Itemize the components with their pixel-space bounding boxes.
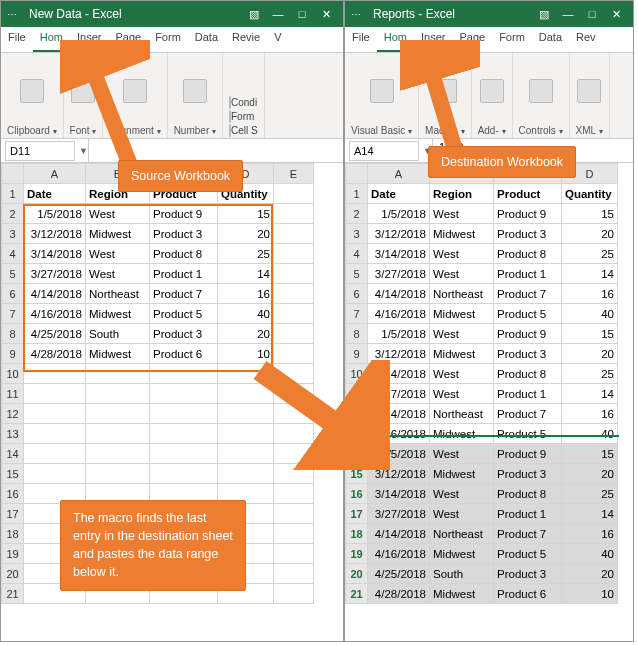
cell[interactable]: 25 [562,244,618,264]
cell[interactable] [218,424,274,444]
cell[interactable] [86,384,150,404]
ribbon-tab-rev[interactable]: Rev [569,27,603,52]
cell[interactable]: Midwest [430,224,494,244]
ribbon-group-macros[interactable]: Macros ▾ [419,53,472,138]
cell[interactable] [274,224,314,244]
cell[interactable]: 3/12/2018 [368,464,430,484]
row-header[interactable]: 17 [346,504,368,524]
row-header[interactable]: 4 [346,244,368,264]
column-header[interactable]: A [24,164,86,184]
cell[interactable] [274,264,314,284]
cell[interactable]: Product 8 [494,364,562,384]
cell[interactable]: West [86,264,150,284]
maximize-button[interactable]: □ [291,5,313,23]
ribbon-item[interactable]: Condi [229,97,258,108]
cell[interactable]: Product 5 [150,304,218,324]
cell[interactable]: Product 3 [150,324,218,344]
cell[interactable] [274,444,314,464]
cell[interactable] [218,384,274,404]
cell[interactable]: Product 5 [494,304,562,324]
column-header[interactable]: A [368,164,430,184]
cell[interactable]: 3/14/2018 [24,244,86,264]
cell[interactable]: Midwest [86,224,150,244]
ribbon-tab-inser[interactable]: Inser [414,27,452,52]
cell[interactable]: 4/28/2018 [368,584,430,604]
row-header[interactable]: 21 [346,584,368,604]
close-button[interactable]: ✕ [315,5,337,23]
ribbon-tab-file[interactable]: File [1,27,33,52]
cell[interactable]: Product 3 [494,224,562,244]
cell[interactable] [150,384,218,404]
ribbon-icon[interactable] [577,79,601,103]
ribbon-icon[interactable] [183,79,207,103]
cell[interactable]: 4/14/2018 [368,284,430,304]
cell[interactable]: 4/14/2018 [368,404,430,424]
cell[interactable] [274,344,314,364]
cell[interactable]: Product 9 [494,324,562,344]
cell[interactable] [86,364,150,384]
cell[interactable] [150,424,218,444]
ribbon-group-visual-basic[interactable]: Visual Basic ▾ [345,53,419,138]
ribbon-icon[interactable] [529,79,553,103]
cell[interactable]: 4/16/2018 [368,544,430,564]
ribbon-group-font[interactable]: Font ▾ [64,53,104,138]
row-header[interactable]: 5 [2,264,24,284]
row-header[interactable]: 15 [346,464,368,484]
cell[interactable]: 16 [218,284,274,304]
row-header[interactable]: 19 [2,544,24,564]
ribbon-icon[interactable] [370,79,394,103]
cell[interactable] [274,364,314,384]
cell[interactable]: 20 [562,224,618,244]
cell[interactable]: Product 7 [150,284,218,304]
column-header[interactable]: E [274,164,314,184]
cell[interactable]: West [86,204,150,224]
ribbon-tab-hom[interactable]: Hom [33,27,70,52]
cell[interactable]: 40 [562,304,618,324]
row-header[interactable]: 8 [346,324,368,344]
cell[interactable] [218,364,274,384]
cell[interactable]: 3/27/2018 [368,264,430,284]
cell[interactable]: Midwest [430,344,494,364]
cell[interactable]: Product 1 [494,384,562,404]
name-box[interactable] [349,141,419,161]
row-header[interactable]: 1 [2,184,24,204]
cell[interactable]: Product 1 [150,264,218,284]
cell[interactable]: 25 [562,484,618,504]
cell[interactable]: Product 1 [494,504,562,524]
cell[interactable] [274,484,314,504]
cell[interactable]: West [430,264,494,284]
cell[interactable]: 4/25/2018 [368,564,430,584]
cell[interactable]: Product 9 [494,204,562,224]
ribbon-tab-revie[interactable]: Revie [225,27,267,52]
row-header[interactable]: 2 [2,204,24,224]
cell[interactable] [274,324,314,344]
cell[interactable]: 16 [562,524,618,544]
ribbon-group-clipboard[interactable]: Clipboard ▾ [1,53,64,138]
row-header[interactable]: 9 [2,344,24,364]
cell[interactable]: 4/25/2018 [24,324,86,344]
row-header[interactable]: 18 [346,524,368,544]
row-header[interactable]: 14 [2,444,24,464]
cell[interactable]: Midwest [430,544,494,564]
row-header[interactable]: 2 [346,204,368,224]
ribbon-icon[interactable] [123,79,147,103]
row-header[interactable]: 1 [346,184,368,204]
row-header[interactable]: 6 [2,284,24,304]
row-header[interactable]: 5 [346,264,368,284]
cell[interactable]: Date [24,184,86,204]
cell[interactable] [86,464,150,484]
row-header[interactable]: 7 [346,304,368,324]
row-header[interactable]: 6 [346,284,368,304]
cell[interactable]: 3/12/2018 [368,344,430,364]
row-header[interactable]: 16 [2,484,24,504]
cell[interactable]: 40 [562,544,618,564]
row-header[interactable]: 13 [346,424,368,444]
cell[interactable] [150,464,218,484]
row-header[interactable]: 3 [2,224,24,244]
cell[interactable]: 40 [218,304,274,324]
cell[interactable]: 1/5/2018 [368,204,430,224]
name-box[interactable] [5,141,75,161]
cell[interactable]: 4/14/2018 [24,284,86,304]
cell[interactable]: 15 [218,204,274,224]
cell[interactable]: 20 [562,564,618,584]
